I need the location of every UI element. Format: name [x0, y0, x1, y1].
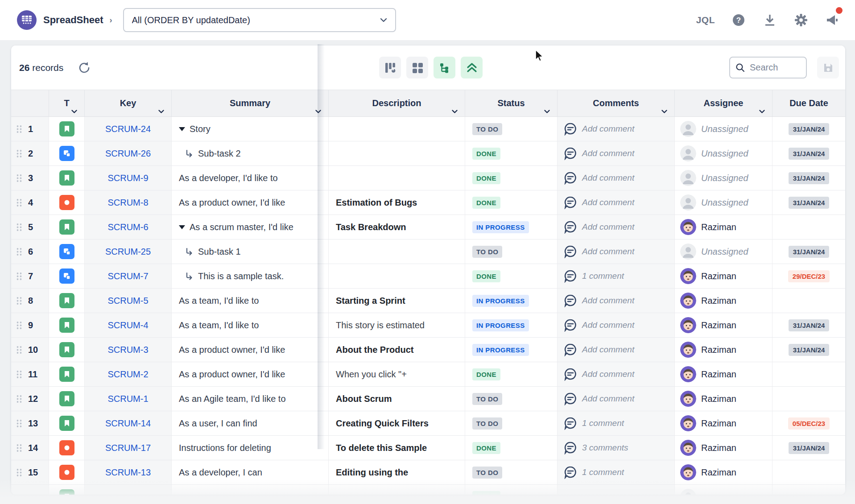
issue-type-cell[interactable]: [49, 141, 85, 165]
column-header-status[interactable]: Status: [465, 90, 558, 116]
column-header-t[interactable]: T: [49, 90, 85, 116]
issue-type-cell[interactable]: [49, 338, 85, 362]
summary-cell[interactable]: As a developer, I'd like to: [172, 166, 329, 190]
assignee-cell[interactable]: Unassigned: [675, 190, 772, 215]
description-cell[interactable]: [329, 117, 465, 141]
drag-handle-icon[interactable]: [17, 468, 22, 477]
jql-button[interactable]: JQL: [696, 15, 715, 25]
due-date-cell[interactable]: [772, 215, 845, 239]
summary-cell[interactable]: As a user, I can find: [172, 411, 329, 435]
due-date-cell[interactable]: [772, 485, 845, 495]
drag-handle-icon[interactable]: [17, 297, 22, 305]
column-header-assignee[interactable]: Assignee: [675, 90, 772, 116]
due-date-cell[interactable]: 31/JAN/24: [772, 166, 845, 190]
issue-key-link[interactable]: SCRUM-25: [105, 247, 151, 257]
comments-cell[interactable]: Add comment: [558, 117, 675, 141]
description-cell[interactable]: To delete this Sample: [329, 436, 465, 460]
description-cell[interactable]: Estimation of Bugs: [329, 190, 465, 215]
issue-type-cell[interactable]: [49, 215, 85, 239]
issue-type-cell[interactable]: [49, 190, 85, 215]
status-cell[interactable]: IN PROGRESS: [465, 338, 558, 362]
column-settings-button[interactable]: [379, 57, 401, 78]
issue-key-link[interactable]: SCRUM-7: [107, 271, 148, 281]
status-cell[interactable]: DONE: [465, 362, 558, 386]
comments-cell[interactable]: Add comment: [558, 387, 675, 411]
summary-cell[interactable]: As a team, I'd like to: [172, 313, 329, 337]
status-cell[interactable]: IN PROGRESS: [465, 215, 558, 239]
issue-key-link[interactable]: SCRUM-9: [107, 173, 148, 183]
assignee-cell[interactable]: Unassigned: [675, 166, 772, 190]
comments-cell[interactable]: Add comment: [558, 240, 675, 264]
description-cell[interactable]: Creating Quick Filters: [329, 411, 465, 435]
due-date-cell[interactable]: 31/JAN/24: [772, 313, 845, 337]
assignee-cell[interactable]: Raziman: [675, 362, 772, 386]
drag-handle-icon[interactable]: [17, 223, 22, 231]
issue-type-cell[interactable]: [49, 485, 85, 495]
issue-type-cell[interactable]: [49, 460, 85, 484]
assignee-cell[interactable]: Raziman: [675, 338, 772, 362]
description-cell[interactable]: [329, 485, 465, 495]
status-cell[interactable]: TO DO: [465, 411, 558, 435]
status-cell[interactable]: TO DO: [465, 117, 558, 141]
search-input[interactable]: [750, 62, 799, 73]
issue-type-cell[interactable]: [49, 117, 85, 141]
issue-key-link[interactable]: SCRUM-4: [107, 320, 148, 330]
export-button[interactable]: [762, 12, 777, 28]
summary-cell[interactable]: As a product owner, I'd like: [172, 338, 329, 362]
comments-cell[interactable]: Add comment: [558, 338, 675, 362]
comments-cell[interactable]: Add comment: [558, 289, 675, 313]
expand-caret-icon[interactable]: [179, 225, 185, 229]
status-cell[interactable]: DONE: [465, 436, 558, 460]
column-header-due-date[interactable]: Due Date: [772, 90, 845, 116]
status-cell[interactable]: DONE: [465, 141, 558, 165]
assignee-cell[interactable]: [675, 485, 772, 495]
status-cell[interactable]: TO DO: [465, 387, 558, 411]
column-header-rownum[interactable]: [11, 90, 49, 116]
issue-type-cell[interactable]: [49, 436, 85, 460]
due-date-cell[interactable]: 31/JAN/24: [772, 240, 845, 264]
filter-dropdown[interactable]: All (ORDER BY updatedDate): [123, 8, 396, 32]
drag-handle-icon[interactable]: [17, 346, 22, 354]
comments-cell[interactable]: Add comment: [558, 190, 675, 215]
drag-handle-icon[interactable]: [17, 248, 22, 256]
issue-key-link[interactable]: SCRUM-26: [105, 149, 151, 159]
drag-handle-icon[interactable]: [17, 395, 22, 403]
issue-key-link[interactable]: SCRUM-3: [107, 345, 148, 355]
issue-type-cell[interactable]: [49, 411, 85, 435]
drag-handle-icon[interactable]: [17, 272, 22, 281]
drag-handle-icon[interactable]: [17, 198, 22, 207]
issue-type-cell[interactable]: [49, 264, 85, 288]
assignee-cell[interactable]: Raziman: [675, 436, 772, 460]
description-cell[interactable]: [329, 264, 465, 288]
due-date-cell[interactable]: 29/DEC/23: [772, 264, 845, 288]
assignee-cell[interactable]: Raziman: [675, 289, 772, 313]
due-date-cell[interactable]: 31/JAN/24: [772, 338, 845, 362]
summary-cell[interactable]: This is a sample task.: [172, 264, 329, 288]
drag-handle-icon[interactable]: [17, 419, 22, 428]
refresh-button[interactable]: [77, 60, 92, 75]
due-date-cell[interactable]: [772, 289, 845, 313]
save-button[interactable]: [817, 57, 839, 78]
description-cell[interactable]: This story is estimated: [329, 313, 465, 337]
news-button[interactable]: [825, 12, 840, 28]
issue-key-link[interactable]: SCRUM-5: [107, 296, 148, 306]
due-date-cell[interactable]: [772, 387, 845, 411]
description-cell[interactable]: Starting a Sprint: [329, 289, 465, 313]
summary-cell[interactable]: As a scrum master, I'd like: [172, 215, 329, 239]
assignee-cell[interactable]: Raziman: [675, 264, 772, 288]
due-date-cell[interactable]: 05/DEC/23: [772, 411, 845, 435]
issue-type-cell[interactable]: [49, 387, 85, 411]
due-date-cell[interactable]: 31/JAN/24: [772, 141, 845, 165]
drag-handle-icon[interactable]: [17, 174, 22, 182]
summary-cell[interactable]: Sub-task 1: [172, 240, 329, 264]
summary-cell[interactable]: As a developer, I can: [172, 460, 329, 484]
comments-cell[interactable]: 3 comments: [558, 436, 675, 460]
assignee-cell[interactable]: Unassigned: [675, 240, 772, 264]
issue-key-link[interactable]: SCRUM-17: [105, 443, 151, 453]
assignee-cell[interactable]: Raziman: [675, 411, 772, 435]
issue-type-cell[interactable]: [49, 362, 85, 386]
issue-key-link[interactable]: SCRUM-14: [105, 418, 151, 429]
comments-cell[interactable]: Add comment: [558, 215, 675, 239]
issue-key-link[interactable]: SCRUM-1: [107, 394, 148, 404]
description-cell[interactable]: Task Breakdown: [329, 215, 465, 239]
